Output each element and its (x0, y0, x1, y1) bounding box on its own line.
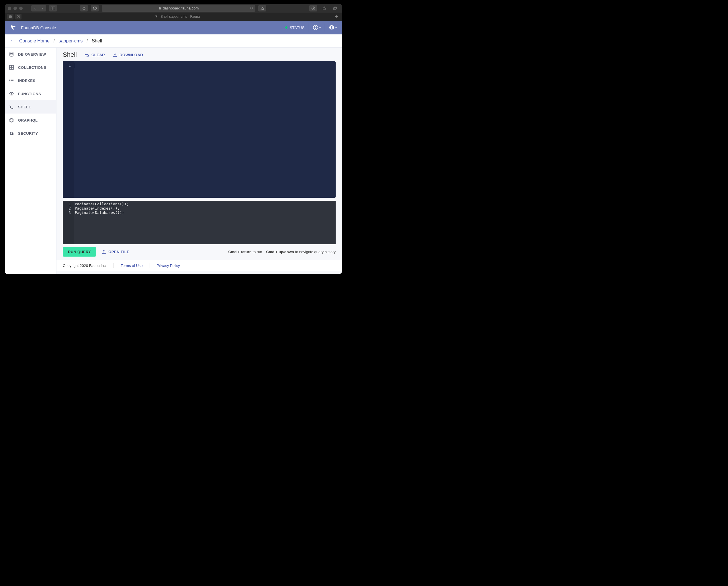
lock-icon (158, 7, 162, 10)
sidebar-item-security[interactable]: SECURITY (5, 127, 56, 140)
output-line: Paginate(Indexes()); (75, 206, 336, 210)
privacy-link[interactable]: Privacy Policy (157, 263, 180, 268)
svg-rect-37 (12, 133, 14, 135)
svg-point-6 (261, 9, 262, 10)
list-icon (9, 78, 14, 83)
code-icon (9, 91, 14, 96)
svg-point-34 (9, 121, 10, 122)
forward-icon[interactable]: › (39, 5, 46, 11)
close-icon[interactable] (8, 7, 11, 10)
sidebar-item-label: DB OVERVIEW (18, 52, 46, 56)
footer-divider (150, 263, 150, 268)
line-number: 1 (63, 63, 71, 67)
download-label: DOWNLOAD (120, 53, 143, 57)
svg-text:?: ? (315, 26, 317, 29)
sidebar-item-label: COLLECTIONS (18, 66, 47, 70)
sidebar-item-shell[interactable]: SHELL (5, 100, 56, 113)
line-number: 2 (63, 206, 71, 210)
rss-icon[interactable] (258, 5, 266, 11)
reload-icon[interactable]: ↻ (250, 6, 253, 10)
grid-icon (9, 65, 14, 70)
open-file-button[interactable]: OPEN FILE (102, 250, 129, 254)
download-icon[interactable] (309, 5, 317, 11)
app-footer: Copyright 2020 Fauna Inc. Terms of Use P… (56, 260, 342, 271)
footer-divider (113, 263, 114, 268)
sidebar-item-label: GRAPHQL (18, 118, 38, 122)
hint-run: Cmd + return to run (228, 250, 262, 254)
query-editor[interactable]: 1 (63, 61, 336, 198)
user-menu[interactable]: ▾ (329, 25, 337, 30)
output-line: Paginate(Collections()); (75, 202, 336, 206)
security-icon (9, 131, 14, 136)
crumb-db[interactable]: sapper-cms (59, 39, 83, 44)
sidebar-item-label: SHELL (18, 105, 31, 109)
user-icon (329, 25, 334, 30)
app-icon[interactable] (15, 14, 22, 20)
svg-point-25 (9, 82, 10, 82)
editor-gutter: 1 (63, 61, 74, 198)
editor-content[interactable] (74, 61, 336, 198)
line-number: 3 (63, 210, 71, 215)
download-button[interactable]: DOWNLOAD (113, 53, 143, 57)
status-indicator[interactable]: STATUS (285, 26, 305, 30)
svg-point-21 (9, 79, 10, 79)
sidebar-toggle-icon[interactable] (49, 5, 57, 11)
share-icon[interactable] (320, 5, 328, 11)
browser-titlebar: ‹ › dashboard.fauna.com ↻ (5, 4, 342, 12)
svg-rect-10 (334, 7, 337, 9)
chevron-down-icon: ▾ (319, 26, 321, 29)
adblock-icon[interactable] (91, 5, 99, 11)
svg-rect-5 (159, 8, 161, 9)
crumb-sep: / (54, 39, 55, 43)
crumb-home[interactable]: Console Home (19, 39, 50, 44)
share-cycle-icon[interactable] (80, 5, 88, 11)
help-menu[interactable]: ? ▾ (313, 25, 321, 30)
appbar: FaunaDB Console STATUS ? ▾ ▾ (5, 21, 342, 34)
sidebar-item-functions[interactable]: FUNCTIONS (5, 87, 56, 100)
sidebar-item-collections[interactable]: COLLECTIONS (5, 61, 56, 74)
sidebar-item-dboverview[interactable]: DB OVERVIEW (5, 48, 56, 61)
database-icon (9, 52, 14, 57)
output-content: Paginate(Collections()); Paginate(Indexe… (74, 201, 336, 244)
new-tab-button[interactable]: + (333, 14, 340, 20)
appbar-divider (309, 24, 309, 31)
output-gutter: 1 2 3 (63, 201, 74, 244)
fauna-logo-icon (10, 24, 16, 31)
clear-button[interactable]: CLEAR (85, 53, 105, 57)
titlebar-right (309, 5, 339, 11)
appbar-divider (325, 24, 325, 31)
terms-link[interactable]: Terms of Use (121, 263, 143, 268)
crumb-current: Shell (92, 39, 102, 44)
svg-point-17 (10, 52, 13, 54)
svg-rect-0 (51, 7, 55, 10)
sidebar-item-indexes[interactable]: INDEXES (5, 74, 56, 87)
svg-point-23 (9, 80, 10, 81)
undo-icon (85, 53, 89, 57)
svg-point-30 (11, 118, 12, 119)
svg-point-33 (11, 122, 12, 123)
hint-history: Cmd + up/down to navigate query history (266, 250, 336, 254)
discord-icon[interactable] (7, 14, 14, 20)
tabs-icon[interactable] (331, 5, 339, 11)
status-label: STATUS (290, 26, 305, 30)
line-number: 1 (63, 202, 71, 206)
address-bar[interactable]: dashboard.fauna.com ↻ (102, 5, 255, 12)
back-icon[interactable]: ‹ (31, 5, 39, 11)
fauna-tab-icon (155, 15, 159, 19)
app-root: FaunaDB Console STATUS ? ▾ ▾ ← Console H… (5, 21, 342, 274)
minimize-icon[interactable] (14, 7, 17, 10)
back-arrow-icon[interactable]: ← (10, 38, 15, 44)
tab-current[interactable]: Shell sapper-cms - Fauna (23, 15, 331, 19)
svg-point-35 (9, 119, 10, 120)
app-body: DB OVERVIEW COLLECTIONS INDEXES FUNCTION… (5, 48, 342, 274)
output-line: Paginate(Databases()); (75, 210, 336, 215)
help-icon: ? (313, 25, 318, 30)
zoom-icon[interactable] (19, 7, 23, 10)
traffic-lights (8, 7, 23, 10)
run-query-button[interactable]: RUN QUERY (63, 247, 96, 257)
run-label: RUN QUERY (68, 250, 91, 254)
sidebar-item-graphql[interactable]: GRAPHQL (5, 113, 56, 127)
breadcrumb: ← Console Home / sapper-cms / Shell (5, 34, 342, 48)
upload-icon (102, 250, 106, 254)
graphql-icon (9, 118, 14, 123)
